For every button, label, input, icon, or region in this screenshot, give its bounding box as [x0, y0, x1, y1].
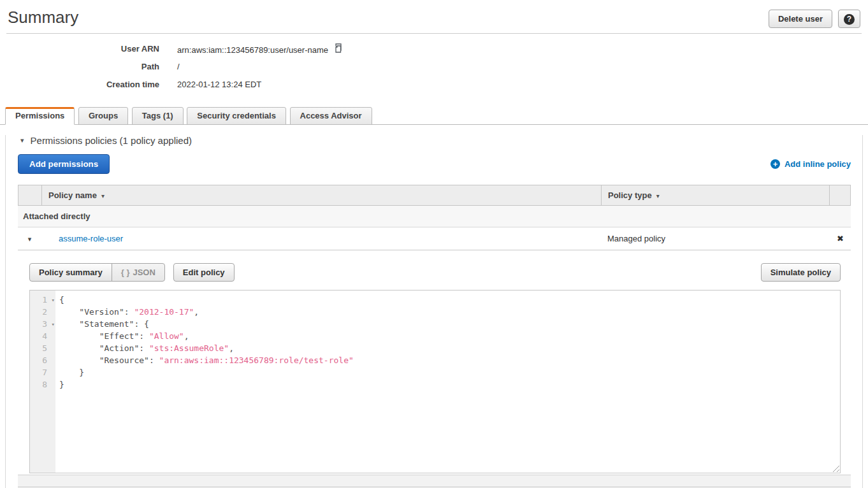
- policy-table-header: Policy name▾ Policy type▾: [18, 185, 851, 206]
- policy-detail-footer: [18, 475, 851, 487]
- policy-summary-view-button[interactable]: Policy summary: [29, 263, 112, 282]
- permissions-policies-section: ▾ Permissions policies (1 policy applied…: [5, 135, 863, 488]
- row-expander-cell: ▾: [18, 227, 41, 250]
- gutter-line-number: 4: [30, 330, 55, 342]
- policy-row: ▾ assume-role-user Managed policy ✖: [18, 227, 851, 250]
- code-line: "Resource": "arn:aws:iam::123456789:role…: [59, 354, 840, 366]
- sort-arrow-icon: ▾: [101, 192, 105, 199]
- gutter-line-number: 1▾: [30, 294, 55, 306]
- tab-tags[interactable]: Tags (1): [132, 107, 184, 125]
- permissions-policies-heading: ▾ Permissions policies (1 policy applied…: [18, 135, 851, 146]
- attached-directly-group-row: Attached directly: [18, 206, 851, 227]
- policy-view-toolbar: Policy summary { }JSON Edit policy Simul…: [29, 263, 841, 282]
- curly-braces-icon: { }: [121, 268, 130, 277]
- policy-type-cell: Managed policy: [602, 227, 830, 250]
- permissions-policies-heading-text: Permissions policies (1 policy applied): [31, 135, 192, 146]
- title-divider: [6, 33, 862, 34]
- gutter-line-number: 7: [30, 366, 55, 378]
- tab-groups[interactable]: Groups: [78, 107, 128, 125]
- delete-user-button[interactable]: Delete user: [769, 10, 832, 28]
- page-header: Summary Delete user ?: [0, 0, 868, 28]
- policy-type-header-label: Policy type: [608, 190, 652, 200]
- add-inline-policy-label: Add inline policy: [785, 159, 851, 169]
- json-view-button[interactable]: { }JSON: [112, 263, 165, 282]
- policy-name-column-header[interactable]: Policy name▾: [42, 185, 601, 205]
- user-arn-label: User ARN: [0, 44, 159, 54]
- json-view-label: JSON: [133, 268, 155, 277]
- row-expander-icon[interactable]: ▾: [28, 235, 32, 243]
- policy-action-cell: ✖: [830, 227, 851, 250]
- code-line: "Effect": "Allow",: [59, 330, 840, 342]
- editor-gutter: 1▾23▾45678: [30, 291, 55, 473]
- actions-column-header: [829, 185, 850, 205]
- policy-type-column-header[interactable]: Policy type▾: [601, 185, 829, 205]
- edit-policy-button[interactable]: Edit policy: [173, 263, 235, 282]
- gutter-line-number: 8: [30, 378, 55, 391]
- json-editor[interactable]: 1▾23▾45678 { "Version": "2012-10-17", "S…: [29, 290, 841, 473]
- user-summary-fields: User ARN arn:aws:iam::123456789:user/use…: [0, 44, 868, 97]
- policy-name-header-label: Policy name: [48, 190, 97, 200]
- add-inline-policy-link[interactable]: + Add inline policy: [770, 159, 851, 169]
- user-arn-value: arn:aws:iam::123456789:user/user-name: [177, 45, 328, 55]
- code-line: "Statement": {: [59, 318, 840, 330]
- page-title: Summary: [8, 8, 78, 27]
- field-row-path: Path /: [0, 62, 868, 80]
- help-button[interactable]: ?: [838, 10, 860, 28]
- path-value: /: [177, 62, 180, 71]
- gutter-line-number: 3▾: [30, 318, 55, 330]
- creation-time-label: Creation time: [0, 80, 159, 89]
- editor-code[interactable]: { "Version": "2012-10-17", "Statement": …: [55, 291, 840, 473]
- tab-security-credentials[interactable]: Security credentials: [187, 107, 286, 125]
- gutter-line-number: 5: [30, 342, 55, 354]
- permissions-toolbar: Add permissions + Add inline policy: [18, 154, 851, 174]
- detail-tabs: Permissions Groups Tags (1) Security cre…: [0, 106, 868, 125]
- code-line: }: [59, 366, 840, 378]
- user-arn-value-wrap: arn:aws:iam::123456789:user/user-name: [177, 44, 344, 55]
- fold-toggle-icon[interactable]: ▾: [52, 294, 55, 306]
- code-line: "Version": "2012-10-17",: [59, 306, 840, 318]
- policy-name-cell: assume-role-user: [41, 227, 602, 250]
- copy-to-clipboard-icon[interactable]: [333, 43, 344, 55]
- remove-policy-icon[interactable]: ✖: [837, 234, 844, 243]
- field-row-user-arn: User ARN arn:aws:iam::123456789:user/use…: [0, 44, 868, 62]
- policy-detail-panel: Policy summary { }JSON Edit policy Simul…: [18, 250, 851, 487]
- gutter-line-number: 6: [30, 354, 55, 366]
- expander-column-header: [18, 185, 42, 205]
- path-label: Path: [0, 62, 159, 71]
- tab-permissions[interactable]: Permissions: [5, 107, 75, 125]
- header-actions: Delete user ?: [769, 8, 860, 28]
- gutter-line-number: 2: [30, 306, 55, 318]
- policy-name-link[interactable]: assume-role-user: [59, 234, 123, 243]
- plus-circle-icon: +: [770, 159, 780, 169]
- policy-table: Policy name▾ Policy type▾ Attached direc…: [18, 185, 851, 487]
- policy-view-button-group: Policy summary { }JSON: [29, 263, 165, 282]
- add-permissions-button[interactable]: Add permissions: [18, 154, 110, 174]
- collapse-section-icon[interactable]: ▾: [20, 136, 24, 145]
- sort-arrow-icon: ▾: [656, 192, 660, 199]
- code-line: }: [59, 378, 840, 391]
- tab-access-advisor[interactable]: Access Advisor: [290, 107, 372, 125]
- creation-time-value: 2022-01-12 13:24 EDT: [177, 80, 261, 89]
- question-mark-icon: ?: [844, 14, 855, 25]
- code-line: {: [59, 294, 840, 306]
- fold-toggle-icon[interactable]: ▾: [52, 319, 55, 331]
- field-row-creation-time: Creation time 2022-01-12 13:24 EDT: [0, 80, 868, 97]
- code-line: "Action": "sts:AssumeRole",: [59, 342, 840, 354]
- simulate-policy-button[interactable]: Simulate policy: [761, 263, 841, 282]
